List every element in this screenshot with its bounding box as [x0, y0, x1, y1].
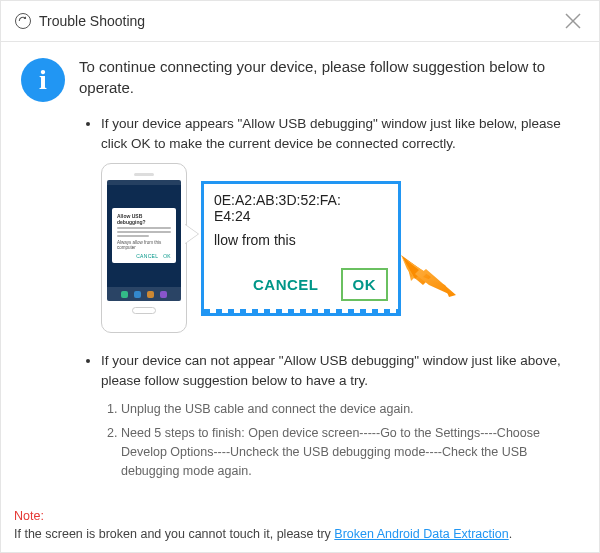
zoom-cancel-button: CANCEL: [243, 270, 329, 299]
app-icon: [15, 13, 31, 29]
phone-dialog-ok: OK: [163, 253, 171, 259]
note-label: Note:: [14, 509, 44, 523]
titlebar: Trouble Shooting: [1, 1, 599, 42]
substep-1: Unplug the USB cable and connect the dev…: [121, 400, 579, 419]
step-2: If your device can not appear "Allow USB…: [101, 351, 579, 390]
hero-text: To continue connecting your device, plea…: [79, 56, 579, 98]
zoom-fingerprint-1: 0E:A2:AB:3D:52:FA:: [214, 192, 388, 208]
note-tail: .: [509, 527, 512, 541]
broken-android-link[interactable]: Broken Android Data Extraction: [334, 527, 508, 541]
substep-2: Need 5 steps to finish: Open device scre…: [121, 424, 579, 482]
phone-dialog-cancel: CANCEL: [136, 253, 158, 259]
zoom-fingerprint-2: E4:24: [214, 208, 388, 224]
callout-pointer: [184, 224, 198, 244]
step-list: If your device appears "Allow USB debugg…: [101, 114, 579, 153]
substep-list: Unplug the USB cable and connect the dev…: [121, 400, 579, 482]
zoom-dialog: 0E:A2:AB:3D:52:FA: E4:24 llow from this …: [201, 181, 401, 316]
content: i To continue connecting your device, pl…: [1, 42, 599, 496]
footer-note: Note: If the screen is broken and you ca…: [14, 508, 586, 543]
phone-dialog-checkbox: Always allow from this computer: [117, 240, 171, 250]
zoom-checkbox-partial: llow from this: [204, 232, 398, 250]
step-list-2: If your device can not appear "Allow USB…: [101, 351, 579, 390]
close-button[interactable]: [561, 9, 585, 33]
note-body: If the screen is broken and you cannot t…: [14, 527, 334, 541]
phone-mockup: Allow USB debugging? Always allow from t…: [101, 163, 187, 333]
step-1: If your device appears "Allow USB debugg…: [101, 114, 579, 153]
illustration: Allow USB debugging? Always allow from t…: [101, 163, 579, 333]
hero-row: i To continue connecting your device, pl…: [21, 56, 579, 102]
window-title: Trouble Shooting: [39, 13, 145, 29]
pointer-arrow-icon: [401, 255, 461, 304]
zoom-ok-button: OK: [341, 268, 389, 301]
phone-dialog-title: Allow USB debugging?: [117, 213, 171, 225]
info-icon: i: [21, 58, 65, 102]
